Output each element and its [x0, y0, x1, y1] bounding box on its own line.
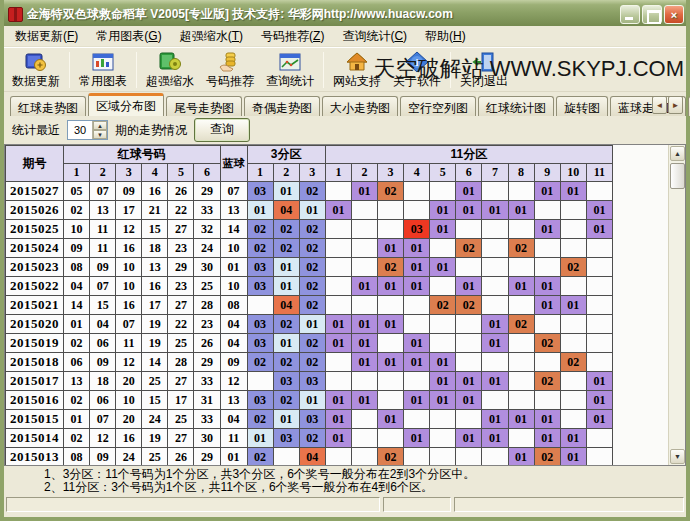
tab-2[interactable]: 区域分布图 — [88, 93, 164, 116]
tab-1[interactable]: 红球走势图 — [10, 96, 86, 116]
zone11-cell: 01 — [534, 220, 560, 239]
zone11-col-header: 10 — [560, 164, 586, 182]
vertical-scrollbar[interactable]: ▲ ▼ — [668, 145, 685, 465]
zone11-col-header: 2 — [351, 164, 377, 182]
scroll-up-icon[interactable]: ▲ — [670, 146, 685, 161]
spinner-down-icon[interactable]: ▼ — [93, 130, 107, 139]
zone11-cell — [534, 353, 560, 372]
period-cell: 2015023 — [6, 258, 64, 277]
tab-6[interactable]: 空行空列图 — [400, 96, 476, 116]
red-ball-cell: 26 — [168, 182, 194, 201]
zone11-cell — [560, 201, 586, 220]
periods-spinner[interactable]: 30 ▲ ▼ — [67, 120, 108, 140]
zone3-cell: 03 — [247, 182, 273, 201]
zone11-cell: 01 — [325, 391, 351, 410]
red-ball-cell: 29 — [194, 448, 220, 467]
red-ball-cell: 08 — [64, 258, 90, 277]
period-cell: 2015027 — [6, 182, 64, 201]
zone11-cell: 01 — [508, 448, 534, 467]
red-ball-cell: 24 — [194, 239, 220, 258]
red-ball-cell: 15 — [142, 391, 168, 410]
toolbar-button-data-update[interactable]: 数据更新 — [6, 48, 66, 92]
zone11-cell — [534, 391, 560, 410]
red-ball-cell: 14 — [142, 353, 168, 372]
spinner-up-icon[interactable]: ▲ — [93, 121, 107, 130]
scrollbar-thumb[interactable] — [670, 163, 685, 189]
red-ball-cell: 17 — [116, 201, 142, 220]
menu-item-t[interactable]: 超强缩水(T) — [171, 26, 252, 47]
period-cell: 2015026 — [6, 201, 64, 220]
zone-distribution-table: 期号红球号码蓝球3分区11分区1234561231234567891011 20… — [5, 145, 613, 466]
zone11-cell — [482, 277, 508, 296]
zone11-cell — [351, 429, 377, 448]
zone11-cell — [404, 315, 430, 334]
period-cell: 2015020 — [6, 315, 64, 334]
tab-7[interactable]: 红球统计图 — [478, 96, 554, 116]
zone11-cell: 01 — [482, 315, 508, 334]
zone11-cell — [404, 182, 430, 201]
maximize-button[interactable] — [642, 5, 662, 24]
tab-3[interactable]: 尾号走势图 — [166, 96, 242, 116]
toolbar-button-label: 超强缩水 — [146, 73, 194, 90]
zone3-cell: 02 — [299, 353, 325, 372]
menu-item-h[interactable]: 帮助(H) — [416, 26, 475, 47]
zone11-cell: 01 — [404, 334, 430, 353]
zone11-cell — [430, 315, 456, 334]
zone3-cell: 02 — [273, 239, 299, 258]
menu-item-f[interactable]: 数据更新(F) — [6, 26, 87, 47]
zone3-cell: 02 — [273, 220, 299, 239]
toolbar-button-common-charts[interactable]: 常用图表 — [73, 48, 133, 92]
toolbar-button-label: 数据更新 — [12, 73, 60, 90]
zone11-col-header: 8 — [508, 164, 534, 182]
minimize-button[interactable] — [620, 5, 640, 24]
zone3-cell: 01 — [299, 315, 325, 334]
zone11-cell: 01 — [560, 296, 586, 315]
query-button[interactable]: 查询 — [194, 118, 250, 142]
red-ball-cell: 25 — [142, 372, 168, 391]
table-row: 201502114151617272808040202020101 — [6, 296, 613, 315]
zone11-cell — [456, 220, 482, 239]
close-button[interactable]: × — [664, 5, 684, 24]
red-ball-cell: 11 — [90, 239, 116, 258]
red-ball-cell: 22 — [168, 315, 194, 334]
tab-4[interactable]: 奇偶走势图 — [244, 96, 320, 116]
toolbar-button-number-recommend[interactable]: 号码推荐 — [200, 48, 260, 92]
zone11-cell — [508, 429, 534, 448]
menu-bar: 数据更新(F)常用图表(G)超强缩水(T)号码推荐(Z)查询统计(C)帮助(H) — [4, 26, 686, 47]
menu-item-g[interactable]: 常用图表(G) — [87, 26, 170, 47]
period-cell: 2015022 — [6, 277, 64, 296]
zone11-cell: 01 — [325, 334, 351, 353]
tab-scroll-left-icon[interactable]: ◄ — [652, 96, 667, 114]
tab-5[interactable]: 大小走势图 — [322, 96, 398, 116]
red-ball-cell: 09 — [116, 182, 142, 201]
red-ball-cell: 02 — [64, 429, 90, 448]
toolbar-button-label: 号码推荐 — [206, 73, 254, 90]
menu-item-c[interactable]: 查询统计(C) — [333, 26, 416, 47]
red-ball-cell: 02 — [64, 201, 90, 220]
red-ball-cell: 06 — [90, 334, 116, 353]
toolbar-button-super-shrink[interactable]: 超强缩水 — [140, 48, 200, 92]
red-ball-cell: 09 — [90, 353, 116, 372]
blue-ball-cell: 12 — [220, 372, 247, 391]
col-group-zone3: 3分区 — [247, 146, 325, 164]
tab-8[interactable]: 旋转图 — [556, 96, 608, 116]
zone11-cell — [586, 277, 612, 296]
red-ball-cell: 15 — [90, 296, 116, 315]
zone11-cell — [482, 391, 508, 410]
periods-value[interactable]: 30 — [68, 121, 92, 139]
zone3-cell: 01 — [273, 334, 299, 353]
period-cell: 2015025 — [6, 220, 64, 239]
toolbar-separator — [136, 52, 137, 88]
table-row: 201501308092425262901020402010201 — [6, 448, 613, 467]
zone11-cell: 01 — [534, 182, 560, 201]
menu-item-z[interactable]: 号码推荐(Z) — [252, 26, 333, 47]
tab-scroll-right-icon[interactable]: ► — [668, 96, 683, 114]
zone11-cell — [508, 182, 534, 201]
red-ball-cell: 19 — [142, 429, 168, 448]
table-row: 201501602061015173113030201010101010101 — [6, 391, 613, 410]
red-ball-cell: 16 — [142, 182, 168, 201]
toolbar-button-query-stats[interactable]: 查询统计 — [260, 48, 320, 92]
red-ball-cell: 07 — [90, 182, 116, 201]
scroll-down-icon[interactable]: ▼ — [670, 449, 685, 464]
zone11-cell: 01 — [404, 277, 430, 296]
